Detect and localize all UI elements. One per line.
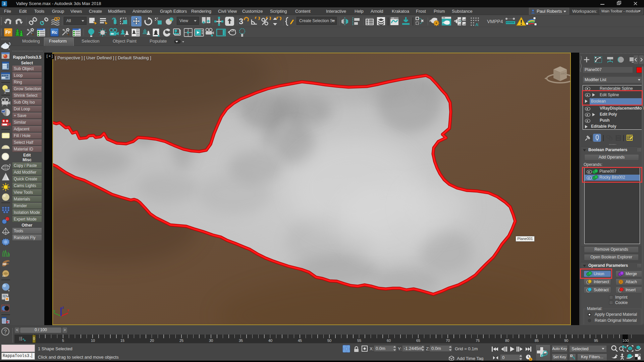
svg-text:z: z <box>62 305 64 309</box>
svg-text:?: ? <box>4 329 7 335</box>
svg-text:x: x <box>67 308 69 312</box>
svg-text:3: 3 <box>239 17 243 26</box>
svg-text:A: A <box>475 22 479 26</box>
svg-text:HF: HF <box>3 262 7 266</box>
svg-text:0x: 0x <box>2 275 5 278</box>
svg-text:3: 3 <box>3 2 5 6</box>
svg-text:y: y <box>53 309 56 313</box>
